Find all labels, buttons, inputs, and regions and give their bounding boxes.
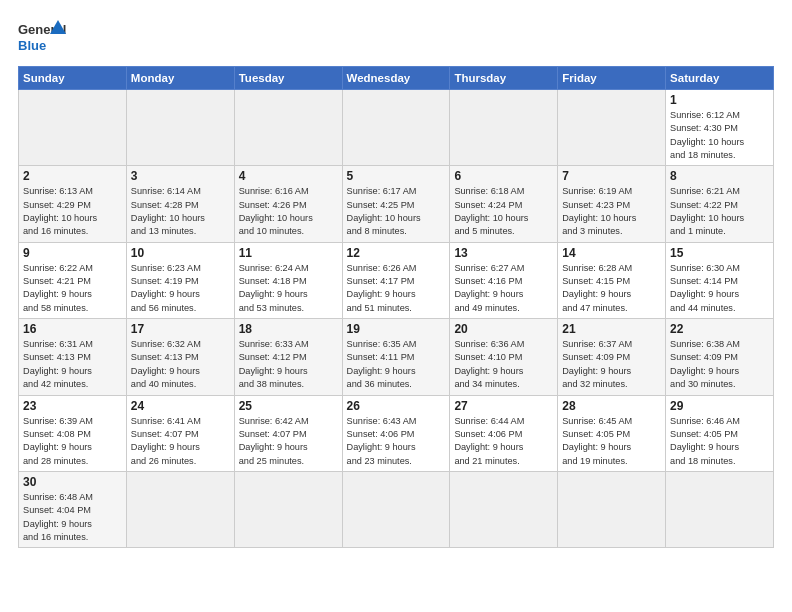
day-number: 4 [239, 169, 338, 183]
day-cell: 7Sunrise: 6:19 AM Sunset: 4:23 PM Daylig… [558, 166, 666, 242]
day-number: 19 [347, 322, 446, 336]
day-info: Sunrise: 6:38 AM Sunset: 4:09 PM Dayligh… [670, 338, 769, 391]
day-cell [666, 471, 774, 547]
day-cell: 14Sunrise: 6:28 AM Sunset: 4:15 PM Dayli… [558, 242, 666, 318]
day-number: 22 [670, 322, 769, 336]
day-number: 14 [562, 246, 661, 260]
day-info: Sunrise: 6:45 AM Sunset: 4:05 PM Dayligh… [562, 415, 661, 468]
day-info: Sunrise: 6:12 AM Sunset: 4:30 PM Dayligh… [670, 109, 769, 162]
day-cell: 8Sunrise: 6:21 AM Sunset: 4:22 PM Daylig… [666, 166, 774, 242]
day-number: 29 [670, 399, 769, 413]
day-number: 20 [454, 322, 553, 336]
day-info: Sunrise: 6:43 AM Sunset: 4:06 PM Dayligh… [347, 415, 446, 468]
day-info: Sunrise: 6:27 AM Sunset: 4:16 PM Dayligh… [454, 262, 553, 315]
day-number: 11 [239, 246, 338, 260]
day-info: Sunrise: 6:26 AM Sunset: 4:17 PM Dayligh… [347, 262, 446, 315]
day-number: 25 [239, 399, 338, 413]
day-cell: 4Sunrise: 6:16 AM Sunset: 4:26 PM Daylig… [234, 166, 342, 242]
day-cell [126, 471, 234, 547]
day-number: 12 [347, 246, 446, 260]
day-cell: 24Sunrise: 6:41 AM Sunset: 4:07 PM Dayli… [126, 395, 234, 471]
week-row-3: 9Sunrise: 6:22 AM Sunset: 4:21 PM Daylig… [19, 242, 774, 318]
day-info: Sunrise: 6:32 AM Sunset: 4:13 PM Dayligh… [131, 338, 230, 391]
day-number: 1 [670, 93, 769, 107]
day-number: 30 [23, 475, 122, 489]
week-row-6: 30Sunrise: 6:48 AM Sunset: 4:04 PM Dayli… [19, 471, 774, 547]
day-cell: 28Sunrise: 6:45 AM Sunset: 4:05 PM Dayli… [558, 395, 666, 471]
day-number: 27 [454, 399, 553, 413]
day-cell: 23Sunrise: 6:39 AM Sunset: 4:08 PM Dayli… [19, 395, 127, 471]
day-number: 7 [562, 169, 661, 183]
day-cell: 16Sunrise: 6:31 AM Sunset: 4:13 PM Dayli… [19, 319, 127, 395]
day-info: Sunrise: 6:22 AM Sunset: 4:21 PM Dayligh… [23, 262, 122, 315]
day-cell: 27Sunrise: 6:44 AM Sunset: 4:06 PM Dayli… [450, 395, 558, 471]
svg-text:Blue: Blue [18, 38, 46, 53]
day-info: Sunrise: 6:14 AM Sunset: 4:28 PM Dayligh… [131, 185, 230, 238]
day-cell: 22Sunrise: 6:38 AM Sunset: 4:09 PM Dayli… [666, 319, 774, 395]
logo: GeneralBlue [18, 18, 68, 56]
day-cell [450, 90, 558, 166]
day-number: 24 [131, 399, 230, 413]
day-number: 2 [23, 169, 122, 183]
day-cell: 15Sunrise: 6:30 AM Sunset: 4:14 PM Dayli… [666, 242, 774, 318]
day-number: 16 [23, 322, 122, 336]
week-row-4: 16Sunrise: 6:31 AM Sunset: 4:13 PM Dayli… [19, 319, 774, 395]
day-cell: 19Sunrise: 6:35 AM Sunset: 4:11 PM Dayli… [342, 319, 450, 395]
day-number: 13 [454, 246, 553, 260]
day-info: Sunrise: 6:13 AM Sunset: 4:29 PM Dayligh… [23, 185, 122, 238]
day-info: Sunrise: 6:18 AM Sunset: 4:24 PM Dayligh… [454, 185, 553, 238]
day-cell: 26Sunrise: 6:43 AM Sunset: 4:06 PM Dayli… [342, 395, 450, 471]
day-cell [558, 90, 666, 166]
day-info: Sunrise: 6:41 AM Sunset: 4:07 PM Dayligh… [131, 415, 230, 468]
day-cell: 29Sunrise: 6:46 AM Sunset: 4:05 PM Dayli… [666, 395, 774, 471]
day-cell: 17Sunrise: 6:32 AM Sunset: 4:13 PM Dayli… [126, 319, 234, 395]
day-number: 17 [131, 322, 230, 336]
day-info: Sunrise: 6:46 AM Sunset: 4:05 PM Dayligh… [670, 415, 769, 468]
day-cell [342, 90, 450, 166]
day-cell [126, 90, 234, 166]
day-cell: 6Sunrise: 6:18 AM Sunset: 4:24 PM Daylig… [450, 166, 558, 242]
weekday-header-sunday: Sunday [19, 67, 127, 90]
week-row-5: 23Sunrise: 6:39 AM Sunset: 4:08 PM Dayli… [19, 395, 774, 471]
day-number: 3 [131, 169, 230, 183]
day-number: 5 [347, 169, 446, 183]
weekday-header-wednesday: Wednesday [342, 67, 450, 90]
day-cell [450, 471, 558, 547]
day-info: Sunrise: 6:35 AM Sunset: 4:11 PM Dayligh… [347, 338, 446, 391]
calendar-table: SundayMondayTuesdayWednesdayThursdayFrid… [18, 66, 774, 548]
day-cell: 20Sunrise: 6:36 AM Sunset: 4:10 PM Dayli… [450, 319, 558, 395]
day-cell: 3Sunrise: 6:14 AM Sunset: 4:28 PM Daylig… [126, 166, 234, 242]
generalblue-logo-icon: GeneralBlue [18, 18, 68, 56]
week-row-1: 1Sunrise: 6:12 AM Sunset: 4:30 PM Daylig… [19, 90, 774, 166]
day-cell: 25Sunrise: 6:42 AM Sunset: 4:07 PM Dayli… [234, 395, 342, 471]
day-info: Sunrise: 6:23 AM Sunset: 4:19 PM Dayligh… [131, 262, 230, 315]
day-cell [234, 90, 342, 166]
day-cell: 30Sunrise: 6:48 AM Sunset: 4:04 PM Dayli… [19, 471, 127, 547]
weekday-header-saturday: Saturday [666, 67, 774, 90]
day-number: 15 [670, 246, 769, 260]
day-info: Sunrise: 6:42 AM Sunset: 4:07 PM Dayligh… [239, 415, 338, 468]
day-info: Sunrise: 6:21 AM Sunset: 4:22 PM Dayligh… [670, 185, 769, 238]
day-number: 10 [131, 246, 230, 260]
day-cell [234, 471, 342, 547]
calendar-page: GeneralBlue SundayMondayTuesdayWednesday… [0, 0, 792, 612]
day-info: Sunrise: 6:28 AM Sunset: 4:15 PM Dayligh… [562, 262, 661, 315]
day-info: Sunrise: 6:24 AM Sunset: 4:18 PM Dayligh… [239, 262, 338, 315]
day-cell: 12Sunrise: 6:26 AM Sunset: 4:17 PM Dayli… [342, 242, 450, 318]
day-info: Sunrise: 6:33 AM Sunset: 4:12 PM Dayligh… [239, 338, 338, 391]
day-cell: 11Sunrise: 6:24 AM Sunset: 4:18 PM Dayli… [234, 242, 342, 318]
day-cell: 13Sunrise: 6:27 AM Sunset: 4:16 PM Dayli… [450, 242, 558, 318]
weekday-header-row: SundayMondayTuesdayWednesdayThursdayFrid… [19, 67, 774, 90]
day-cell [19, 90, 127, 166]
day-cell: 10Sunrise: 6:23 AM Sunset: 4:19 PM Dayli… [126, 242, 234, 318]
day-info: Sunrise: 6:48 AM Sunset: 4:04 PM Dayligh… [23, 491, 122, 544]
weekday-header-thursday: Thursday [450, 67, 558, 90]
day-info: Sunrise: 6:36 AM Sunset: 4:10 PM Dayligh… [454, 338, 553, 391]
day-number: 8 [670, 169, 769, 183]
day-info: Sunrise: 6:17 AM Sunset: 4:25 PM Dayligh… [347, 185, 446, 238]
day-number: 26 [347, 399, 446, 413]
weekday-header-friday: Friday [558, 67, 666, 90]
day-cell: 2Sunrise: 6:13 AM Sunset: 4:29 PM Daylig… [19, 166, 127, 242]
day-cell: 1Sunrise: 6:12 AM Sunset: 4:30 PM Daylig… [666, 90, 774, 166]
day-info: Sunrise: 6:31 AM Sunset: 4:13 PM Dayligh… [23, 338, 122, 391]
